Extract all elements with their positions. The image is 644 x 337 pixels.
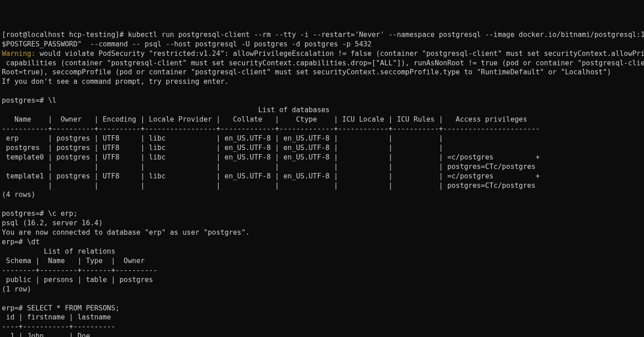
persons-sep: ----+-----------+----------	[2, 323, 115, 331]
warning-text-3: Root=true), seccompProfile (pod or conta…	[2, 68, 611, 76]
relations-title: List of relations	[2, 247, 115, 255]
terminal-output[interactable]: [root@localhost hcp-testing]# kubectl ru…	[2, 30, 642, 337]
relations-count: (1 row)	[2, 285, 31, 293]
warning-label: Warning:	[2, 50, 36, 58]
db-row-erp: erp | postgres | UTF8 | libc | en_US.UTF…	[2, 134, 447, 142]
relations-row: public | persons | table | postgres	[2, 276, 153, 284]
db-list-title: List of databases	[2, 106, 330, 114]
warning-text-2: capabilities (container "postgresql-clie…	[2, 59, 644, 67]
relations-sep: --------+---------+-------+----------	[2, 266, 157, 274]
relations-header: Schema | Name | Type | Owner	[2, 257, 157, 265]
db-list-sep: -----------+----------+----------+------…	[2, 125, 540, 133]
warning-text-1: would violate PodSecurity "restricted:v1…	[36, 50, 644, 58]
db-row-template0-cont: | | | | | | | | postgres=CTc/postgres	[2, 163, 535, 171]
connected-msg: You are now connected to database "erp" …	[2, 228, 250, 237]
psql-prompt-connect: postgres=# \c erp;	[2, 209, 77, 218]
psql-prompt: postgres=# \l	[2, 96, 56, 105]
psql-version: psql (16.2, server 16.4)	[2, 219, 103, 227]
db-row-postgres: postgres | postgres | UTF8 | libc | en_U…	[2, 144, 447, 152]
select-prompt: erp=# SELECT * FROM PERSONS;	[2, 304, 119, 312]
db-row-count: (4 rows)	[2, 191, 36, 199]
kubectl-command-line2: $POSTGRES_PASSWORD" --command -- psql --…	[2, 40, 372, 48]
persons-row-1: 1 | John | Doe	[2, 332, 90, 337]
erp-prompt-dt: erp=# \dt	[2, 238, 40, 246]
info-line: If you don't see a command prompt, try p…	[2, 77, 229, 86]
persons-header: id | firstname | lastname	[2, 313, 115, 321]
db-row-template1: template1 | postgres | UTF8 | libc | en_…	[2, 172, 540, 180]
db-list-header: Name | Owner | Encoding | Locale Provide…	[2, 115, 540, 123]
db-row-template0: template0 | postgres | UTF8 | libc | en_…	[2, 153, 540, 161]
shell-prompt: [root@localhost hcp-testing]#	[2, 31, 128, 39]
db-row-template1-cont: | | | | | | | | postgres=CTc/postgres	[2, 182, 535, 190]
kubectl-command-line1: kubectl run postgresql-client --rm --tty…	[128, 31, 644, 39]
